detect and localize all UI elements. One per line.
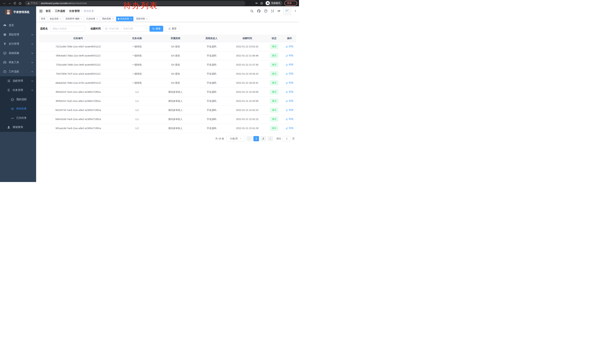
reset-button[interactable]: 重置 [166, 26, 179, 32]
sidebar-item-toolbox[interactable]: 研发工具 [0, 58, 36, 67]
avatar-caret-icon[interactable]: ▼ [294, 10, 296, 12]
sidebar-item-tree[interactable]: 任务管理 [0, 86, 36, 95]
prev-page-button[interactable]: ‹ [246, 136, 252, 141]
sidebar-item-label: 研发工具 [9, 61, 19, 64]
status-badge: 激活 [270, 53, 278, 58]
approve-link[interactable]: 审批 [286, 63, 294, 66]
status-badge: 激活 [270, 99, 278, 103]
bookmark-star-icon[interactable] [260, 2, 263, 5]
browser-home-button[interactable] [17, 0, 23, 6]
key-icon[interactable] [255, 2, 258, 5]
chevron-down-icon [31, 52, 33, 54]
fullscreen-icon[interactable] [271, 9, 274, 13]
search-button[interactable]: 搜索 [150, 26, 163, 32]
tag-item[interactable]: 流程表单-编辑 × [64, 16, 84, 21]
edit-pen-icon [286, 64, 288, 66]
sidebar-item-label: 待办任务 [16, 107, 27, 110]
sidebar-item-gear[interactable]: 系统管理 [0, 30, 36, 39]
status-badge: 激活 [270, 126, 278, 130]
github-icon[interactable] [257, 9, 261, 13]
process-name-input[interactable]: 请输入流程名 [50, 26, 85, 32]
sidebar-item-yen[interactable]: ¥ 支付管理 [0, 39, 36, 49]
briefcase-icon [3, 70, 7, 73]
fontsize-icon[interactable]: tT [278, 9, 280, 13]
approve-link[interactable]: 审批 [286, 72, 294, 75]
approve-link[interactable]: 审批 [286, 54, 294, 57]
sidebar-item-label: 系统管理 [9, 33, 19, 36]
tag-close-icon[interactable]: × [97, 18, 98, 20]
question-icon[interactable] [264, 9, 267, 13]
breadcrumb-workflow[interactable]: 工作流程 [55, 9, 65, 13]
page-button-1[interactable]: 1 [253, 136, 259, 141]
start-date-placeholder: 开始日期 [109, 27, 119, 30]
tag-close-icon[interactable]: × [81, 18, 82, 20]
approve-link[interactable]: 审批 [286, 90, 294, 94]
yen-icon: ¥ [3, 42, 7, 46]
tag-close-icon[interactable]: × [112, 18, 114, 20]
tag-close-icon[interactable]: × [130, 18, 132, 20]
sidebar-item-robot[interactable]: 我的流程 [0, 95, 36, 104]
sidebar-collapse-button[interactable] [39, 10, 43, 13]
sidebar-item-list[interactable]: 流程管理 [0, 76, 36, 86]
total-count: 共 16 条 [215, 137, 224, 140]
table-row: 725a1eb6-7b88-11ec-8ef0-acde48001122 一级审… [39, 60, 296, 69]
sidebar-item-monitor[interactable]: 基础设施 [0, 49, 36, 58]
status-badge: 激活 [270, 62, 278, 67]
sidebar-item-eye-closed[interactable]: 已办任务 [0, 113, 36, 122]
breadcrumb-home[interactable]: 首页 [46, 9, 51, 13]
tag-item[interactable]: 流程详情 × [134, 16, 149, 21]
chevron-down-icon: ▼ [240, 138, 241, 140]
browser-update-button[interactable]: 更新 ⋮ [284, 1, 297, 6]
edit-pen-icon [286, 100, 288, 102]
tag-item[interactable]: 待办任务 × [116, 16, 133, 21]
approve-link[interactable]: 审批 [286, 45, 294, 48]
breadcrumb-task-mgmt[interactable]: 任务管理 [69, 9, 80, 13]
chevron-down-icon [31, 80, 33, 82]
gear-icon [3, 33, 7, 36]
next-page-button[interactable]: › [267, 136, 273, 141]
warning-icon [27, 2, 30, 4]
approve-link[interactable]: 审批 [286, 99, 294, 103]
browser-menu-dots-icon[interactable]: ⋮ [293, 2, 295, 5]
status-badge: 激活 [270, 81, 278, 85]
col-task-name: 任务名称 [117, 35, 157, 42]
sidebar-item-eye[interactable]: 待办任务 [0, 104, 36, 113]
tag-item[interactable]: 我的流程 × [100, 16, 115, 21]
sidebar-item-label: 请假查询 [13, 126, 23, 129]
sidebar-logo[interactable]: 芋道管理系统 [0, 8, 36, 17]
sidebar-item-user[interactable]: 请假查询 [0, 122, 36, 132]
status-badge: 激活 [270, 117, 278, 121]
incognito-icon [266, 2, 269, 5]
sidebar-item-briefcase[interactable]: 工作流程 [0, 67, 36, 76]
page-size-select[interactable]: 10条/页 ▼ [226, 136, 245, 141]
tag-item[interactable]: 已办任务 × [85, 16, 100, 21]
browser-reload-button[interactable] [12, 0, 17, 6]
table-row: 580e1b3d-7ac8-11ec-a9e2-a2380e71991a 1.1… [39, 115, 296, 124]
chevron-down-icon [31, 33, 33, 36]
edit-pen-icon [286, 45, 288, 48]
tag-close-icon[interactable]: × [146, 18, 148, 20]
approve-link[interactable]: 审批 [286, 108, 294, 112]
status-badge: 激活 [270, 108, 278, 112]
tag-close-icon[interactable]: × [60, 18, 61, 20]
list-icon [7, 79, 10, 83]
tag-item[interactable]: 首页 [39, 16, 47, 21]
page-button-2[interactable]: 2 [260, 136, 266, 141]
browser-forward-button[interactable]: → [7, 0, 12, 6]
avatar[interactable] [284, 8, 291, 15]
browser-back-button[interactable]: ← [2, 0, 7, 6]
approve-link[interactable]: 审批 [286, 117, 294, 121]
url-bar[interactable]: 不安全 dashboard.yudao.iocoder.cn/bpm/task/… [25, 1, 245, 6]
tasks-table: 任务编号 任务名称 所属流程 流程发起人 创建时间 状态 操作 73211d9d… [39, 35, 296, 133]
tag-item[interactable]: 发起流程 × [48, 16, 63, 21]
incognito-badge: 无痕模式 [265, 1, 282, 6]
sidebar-item-dashboard[interactable]: 首页 [0, 21, 36, 30]
approve-link[interactable]: 审批 [286, 126, 294, 130]
goto-page-input[interactable]: 1 [282, 136, 291, 141]
search-icon[interactable] [250, 9, 254, 13]
table-row: 58154733-7ac8-11ec-a9e2-a2380e71991a 1.2… [39, 105, 296, 115]
approve-link[interactable]: 审批 [286, 81, 294, 84]
date-range-picker[interactable]: 开始日期 - 结束日期 [103, 26, 147, 32]
col-starter: 流程发起人 [194, 35, 229, 42]
user-icon [7, 126, 10, 129]
